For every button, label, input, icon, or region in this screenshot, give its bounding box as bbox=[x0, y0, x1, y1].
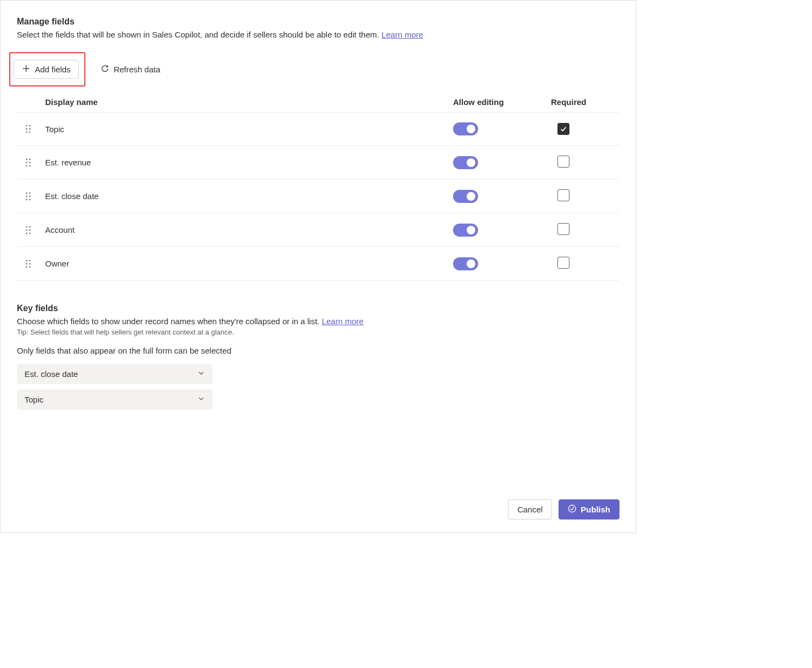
svg-point-17 bbox=[29, 195, 30, 196]
svg-point-28 bbox=[26, 263, 27, 264]
drag-handle-icon[interactable] bbox=[26, 125, 45, 133]
learn-more-link[interactable]: Learn more bbox=[381, 30, 423, 39]
drag-handle-icon[interactable] bbox=[26, 158, 45, 167]
col-allow-editing: Allow editing bbox=[453, 97, 551, 107]
svg-point-2 bbox=[26, 125, 27, 126]
svg-point-16 bbox=[26, 195, 27, 196]
svg-point-4 bbox=[26, 128, 27, 129]
add-fields-highlight: Add fields bbox=[9, 52, 85, 86]
key-fields-description: Choose which fields to show under record… bbox=[17, 317, 619, 326]
svg-point-32 bbox=[568, 505, 575, 512]
table-row: Topic bbox=[17, 112, 619, 145]
key-fields-description-text: Choose which fields to show under record… bbox=[17, 317, 322, 326]
refresh-data-button[interactable]: Refresh data bbox=[101, 60, 168, 78]
add-fields-label: Add fields bbox=[35, 65, 71, 74]
manage-fields-description-text: Select the fields that will be shown in … bbox=[17, 30, 381, 39]
svg-point-10 bbox=[26, 162, 27, 163]
svg-point-30 bbox=[26, 266, 27, 267]
svg-point-14 bbox=[26, 192, 27, 193]
add-fields-button[interactable]: Add fields bbox=[14, 60, 79, 79]
plus-icon bbox=[22, 64, 30, 75]
field-name: Topic bbox=[45, 125, 453, 134]
svg-point-15 bbox=[29, 192, 30, 193]
svg-point-6 bbox=[26, 132, 27, 133]
key-fields-note: Only fields that also appear on the full… bbox=[17, 346, 619, 355]
allow-editing-toggle[interactable] bbox=[453, 156, 478, 169]
field-name: Owner bbox=[45, 259, 453, 268]
svg-point-26 bbox=[26, 259, 27, 261]
cancel-button[interactable]: Cancel bbox=[508, 499, 552, 519]
key-fields-title: Key fields bbox=[17, 304, 619, 313]
svg-point-9 bbox=[29, 158, 30, 159]
svg-point-27 bbox=[29, 259, 30, 261]
svg-point-12 bbox=[26, 165, 27, 166]
svg-point-11 bbox=[29, 162, 30, 163]
publish-label: Publish bbox=[581, 505, 610, 514]
key-field-select[interactable]: Topic bbox=[17, 389, 213, 410]
svg-point-19 bbox=[29, 199, 30, 200]
table-row: Owner bbox=[17, 246, 619, 281]
table-row: Account bbox=[17, 213, 619, 246]
key-field-select-value: Est. close date bbox=[24, 369, 78, 379]
required-checkbox[interactable] bbox=[557, 189, 569, 201]
col-display-name: Display name bbox=[45, 97, 453, 107]
manage-fields-panel: Manage fields Select the fields that wil… bbox=[0, 0, 636, 533]
required-checkbox[interactable] bbox=[557, 123, 569, 135]
required-checkbox[interactable] bbox=[557, 257, 569, 269]
svg-point-21 bbox=[29, 226, 30, 227]
manage-fields-description: Select the fields that will be shown in … bbox=[17, 30, 619, 39]
toolbar: Add fields Refresh data bbox=[17, 52, 619, 86]
check-circle-icon bbox=[568, 504, 577, 515]
key-field-select-value: Topic bbox=[24, 395, 44, 404]
table-row: Est. close date bbox=[17, 179, 619, 213]
svg-point-18 bbox=[26, 199, 27, 200]
manage-fields-title: Manage fields bbox=[17, 17, 619, 27]
table-header: Display name Allow editing Required bbox=[17, 93, 619, 112]
svg-point-31 bbox=[29, 266, 30, 267]
allow-editing-toggle[interactable] bbox=[453, 224, 478, 237]
drag-handle-icon[interactable] bbox=[26, 192, 45, 201]
allow-editing-toggle[interactable] bbox=[453, 122, 478, 135]
allow-editing-toggle[interactable] bbox=[453, 257, 478, 270]
col-required: Required bbox=[551, 97, 611, 107]
allow-editing-toggle[interactable] bbox=[453, 190, 478, 203]
fields-table: Topic Est. revenue Est. close date Acc bbox=[17, 112, 619, 281]
svg-point-24 bbox=[26, 232, 27, 233]
svg-point-22 bbox=[26, 229, 27, 230]
key-fields-learn-more-link[interactable]: Learn more bbox=[322, 317, 364, 326]
field-name: Est. revenue bbox=[45, 158, 453, 167]
table-row: Est. revenue bbox=[17, 145, 619, 179]
svg-point-20 bbox=[26, 226, 27, 227]
key-field-select[interactable]: Est. close date bbox=[17, 364, 213, 384]
chevron-down-icon bbox=[197, 369, 205, 379]
svg-point-8 bbox=[26, 158, 27, 159]
drag-handle-icon[interactable] bbox=[26, 226, 45, 234]
svg-point-7 bbox=[29, 132, 30, 133]
svg-point-5 bbox=[29, 128, 30, 129]
field-name: Est. close date bbox=[45, 191, 453, 201]
refresh-icon bbox=[101, 64, 109, 75]
required-checkbox[interactable] bbox=[557, 156, 569, 168]
svg-point-29 bbox=[29, 263, 30, 264]
refresh-data-label: Refresh data bbox=[114, 65, 160, 74]
required-checkbox[interactable] bbox=[557, 223, 569, 235]
key-fields-tip: Tip: Select fields that will help seller… bbox=[17, 328, 619, 336]
chevron-down-icon bbox=[197, 395, 205, 404]
svg-point-23 bbox=[29, 229, 30, 230]
svg-point-13 bbox=[29, 165, 30, 166]
svg-point-25 bbox=[29, 232, 30, 233]
publish-button[interactable]: Publish bbox=[559, 499, 619, 519]
footer: Cancel Publish bbox=[508, 499, 619, 519]
key-fields-section: Key fields Choose which fields to show u… bbox=[17, 304, 619, 410]
field-name: Account bbox=[45, 225, 453, 234]
svg-point-3 bbox=[29, 125, 30, 126]
drag-handle-icon[interactable] bbox=[26, 259, 45, 268]
